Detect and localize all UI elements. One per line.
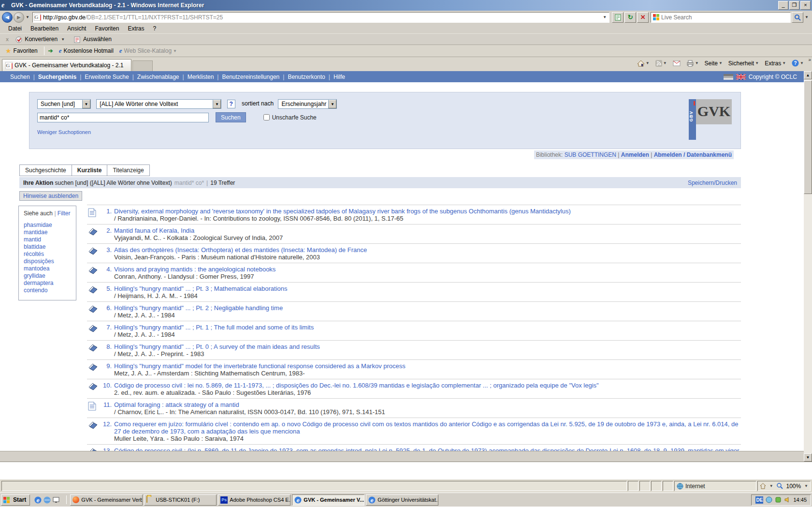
scroll-up-icon[interactable]: ▲	[804, 71, 812, 79]
vertical-scrollbar[interactable]: ▲ ▼	[804, 71, 812, 462]
back-button[interactable]: ◄	[2, 12, 13, 23]
minimize-button[interactable]: _	[778, 1, 788, 10]
address-field[interactable]: G❘ http://gso.gbv.de/DB=2.1/SET=1/TTL=11…	[32, 12, 609, 23]
task-gvk-window2-active[interactable]: e GVK - Gemeinsamer V...	[292, 494, 364, 506]
start-button[interactable]: Start	[1, 494, 30, 506]
menu-datei[interactable]: Datei	[4, 24, 26, 33]
rss-button[interactable]: ▼	[654, 59, 668, 68]
result-title-link[interactable]: Atlas des orthoptères (Insecta: Orthopte…	[114, 246, 741, 254]
webslice-dropdown-icon[interactable]: ▼	[172, 49, 178, 53]
live-search-box[interactable]	[651, 12, 791, 23]
favorites-button[interactable]: ★ Favoriten	[3, 45, 42, 56]
nav-hilfe[interactable]: Hilfe	[330, 74, 348, 80]
german-flag-icon[interactable]	[724, 74, 733, 80]
chevron-down-icon[interactable]: ▼	[769, 484, 773, 488]
task-photoshop[interactable]: Ps Adobe Photoshop CS4 E...	[218, 494, 290, 506]
nav-zwischenablage[interactable]: Zwischenablage	[134, 74, 183, 80]
show-desktop-icon[interactable]	[53, 496, 60, 504]
toolbar-close-icon[interactable]: x	[4, 36, 14, 42]
fuzzy-search-checkbox[interactable]	[263, 114, 270, 120]
mail-button[interactable]	[671, 60, 682, 67]
browser-tab[interactable]: G❘ GVK - Gemeinsamer Verbundkatalog - 2.…	[2, 59, 131, 71]
result-title-link[interactable]: Holling's "hungry mantid" ... ; Pt. 1 ; …	[114, 324, 741, 331]
rss-dropdown-icon[interactable]: ▼	[663, 61, 667, 65]
safety-menu-button[interactable]: Sicherheit▼	[727, 59, 760, 68]
search-help-button[interactable]: ?	[227, 100, 235, 108]
uk-flag-icon[interactable]	[736, 74, 746, 80]
nav-benutzereinstellungen[interactable]: Benutzereinstellungen	[218, 74, 283, 80]
see-also-term[interactable]: contendo	[24, 287, 76, 294]
result-title-link[interactable]: Holling's "hungry mantid" model for the …	[114, 362, 741, 370]
convert-button[interactable]: Konvertieren ▼	[14, 35, 68, 44]
new-tab-button[interactable]	[132, 60, 153, 71]
sort-select[interactable]: Erscheinungsjahr▼	[278, 99, 337, 109]
nav-benutzerkonto[interactable]: Benutzerkonto	[284, 74, 328, 80]
nav-suchergebnis[interactable]: Suchergebnis	[35, 74, 80, 80]
task-gvk-window1[interactable]: GVK - Gemeinsamer Verb...	[70, 494, 143, 506]
see-also-term[interactable]: mantodea	[24, 265, 76, 272]
boolean-select[interactable]: Suchen [und]▼	[37, 99, 91, 109]
result-title-link[interactable]: Diversity, external morphology and 'reve…	[114, 208, 741, 215]
history-dropdown-icon[interactable]: ▼	[24, 15, 31, 19]
see-also-term[interactable]: blattidae	[24, 243, 76, 251]
browser-quicklaunch-icon[interactable]	[44, 496, 51, 504]
close-button[interactable]: ×	[800, 1, 811, 10]
print-dropdown-icon[interactable]: ▼	[695, 61, 699, 65]
home-dropdown-icon[interactable]: ▼	[646, 61, 650, 65]
search-submit-button[interactable]: Suchen	[216, 112, 246, 122]
live-search-input[interactable]	[661, 14, 788, 21]
result-title-link[interactable]: Como requerer em juízo: formulário cível…	[114, 420, 741, 435]
task-usb-stick[interactable]: USB-STICK01 (F:)	[144, 494, 217, 506]
nav-suchen[interactable]: Suchen	[7, 74, 33, 80]
forward-button[interactable]: ►	[14, 12, 24, 23]
result-title-link[interactable]: Visions and praying mantids : the angelo…	[114, 266, 741, 273]
print-button[interactable]: ▼	[685, 59, 700, 68]
result-title-link[interactable]: Holling's "hungry mantid" ... ; Pt. 2 ; …	[114, 304, 741, 312]
menu-extras[interactable]: Extras	[123, 24, 148, 33]
url-dropdown-icon[interactable]: ▼	[601, 15, 608, 19]
filter-link[interactable]: Filter	[58, 210, 71, 217]
tab-kurzliste[interactable]: Kurzliste	[72, 165, 108, 176]
menu-help[interactable]: ?	[148, 24, 160, 33]
convert-dropdown-icon[interactable]: ▼	[59, 37, 66, 42]
tab-suchgeschichte[interactable]: Suchgeschichte	[20, 165, 72, 176]
overflow-chevron-icon[interactable]: »	[808, 57, 811, 62]
help-menu-button[interactable]: ?▼	[790, 59, 805, 68]
scroll-down-icon[interactable]: ▼	[804, 453, 812, 462]
field-select[interactable]: [ALL] Alle Wörter ohne Volltext▼	[96, 99, 221, 109]
favorites-item-webslice[interactable]: e Web Slice-Katalog ▼	[117, 46, 182, 56]
zoom-dropdown-icon[interactable]: ▼	[804, 484, 808, 488]
tray-network-icon[interactable]	[766, 496, 772, 503]
tools-menu-button[interactable]: Extras▼	[763, 59, 787, 68]
less-search-options-link[interactable]: Weniger Suchoptionen	[37, 129, 91, 135]
see-also-term[interactable]: récoltés	[24, 251, 76, 258]
help-dropdown-icon[interactable]: ▼	[800, 61, 804, 65]
see-also-term[interactable]: mantid	[24, 236, 76, 243]
nav-merklisten[interactable]: Merklisten	[184, 74, 218, 80]
menu-bearbeiten[interactable]: Bearbeiten	[26, 24, 63, 33]
ie-quicklaunch-icon[interactable]: e	[34, 496, 42, 504]
task-goettingen-katalog[interactable]: e Göttinger Universitätskat...	[366, 494, 438, 506]
stop-button[interactable]: ✕	[637, 12, 649, 23]
see-also-term[interactable]: disposições	[24, 258, 76, 265]
see-also-term[interactable]: mantidae	[24, 229, 76, 236]
save-print-link[interactable]: Speichern/Drucken	[688, 179, 737, 186]
result-title-link[interactable]: Mantid fauna of Kerala, India	[114, 227, 741, 234]
zoom-panel[interactable]: ▼ 100% ▼	[757, 481, 811, 491]
search-query-input[interactable]	[37, 113, 209, 122]
compatibility-view-button[interactable]	[612, 12, 624, 23]
add-favorites-bar-icon[interactable]: ➔	[46, 46, 57, 55]
tray-update-icon[interactable]	[775, 496, 782, 503]
see-also-term[interactable]: phasmidae	[24, 222, 76, 229]
tab-titelanzeige[interactable]: Titelanzeige	[107, 165, 149, 176]
scrollbar-thumb[interactable]	[804, 80, 812, 194]
home-button[interactable]: ▼	[636, 59, 651, 68]
result-title-link[interactable]: Optimal foraging : attack strategy of a …	[114, 401, 741, 408]
login-link[interactable]: Anmelden	[621, 151, 649, 158]
select-button[interactable]: Auswählen	[72, 35, 114, 44]
see-also-term[interactable]: dermaptera	[24, 280, 76, 287]
library-link[interactable]: SUB GOETTINGEN	[565, 151, 616, 158]
search-go-icon[interactable]	[792, 12, 803, 23]
favorites-item-hotmail[interactable]: e Kostenlose Hotmail	[57, 46, 117, 56]
menu-ansicht[interactable]: Ansicht	[63, 24, 90, 33]
